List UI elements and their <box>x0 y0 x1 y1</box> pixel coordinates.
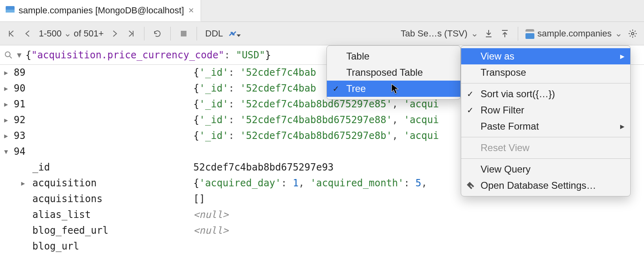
separator <box>170 27 171 41</box>
field-value: 52cdef7c4bab8bd675297e93 <box>193 160 334 175</box>
row-number: 90 <box>12 81 36 96</box>
menu-item-view-as[interactable]: View as <box>461 48 630 64</box>
row-value: {'_id': '52cdef7c4bab <box>193 81 316 96</box>
caret-down-icon: ⌄ <box>64 28 71 39</box>
row-number: 92 <box>12 112 36 128</box>
menu-item-sort[interactable]: Sort via sort({…}) <box>461 86 630 102</box>
menu-item-transpose[interactable]: Transpose <box>461 64 630 81</box>
toolbar: 1-500 ⌄ of 501+ DDL Tab Se…s (TSV) ⌄ sam… <box>0 22 644 45</box>
caret-down-icon: ⌄ <box>471 28 478 39</box>
tab-bar: sample.companies [MongoDB@localhost] ✕ <box>0 0 644 22</box>
mouse-cursor-icon <box>391 83 400 95</box>
ddl-button[interactable]: DDL <box>203 26 225 41</box>
field-key: acquisitions <box>32 191 102 207</box>
menu-item-table[interactable]: Table <box>327 48 460 64</box>
datasource-combo[interactable]: sample.companies ⌄ <box>524 28 624 39</box>
menu-separator <box>461 83 630 83</box>
expand-icon[interactable]: ▸ <box>0 112 12 128</box>
field-key: acquisition <box>32 175 97 191</box>
field-key: blog_url <box>32 239 79 254</box>
svg-point-2 <box>5 52 10 57</box>
page-range-label: 1-500 <box>39 28 61 39</box>
expand-icon[interactable]: ▸ <box>0 65 12 81</box>
next-page-button[interactable] <box>108 26 122 41</box>
export-format-combo[interactable]: Tab Se…s (TSV) ⌄ <box>399 28 480 39</box>
separator <box>144 27 144 41</box>
tab-title: sample.companies [MongoDB@localhost] <box>19 5 184 16</box>
download-button[interactable] <box>481 26 496 41</box>
separator <box>518 27 518 41</box>
field-key: _id <box>32 160 50 175</box>
field-value: [] <box>193 191 205 207</box>
field-key: alias_list <box>32 207 91 223</box>
datasource-chip-icon <box>525 29 534 38</box>
row-value: {'_id': '52cdef7c4bab8bd675297e88', 'acq… <box>193 112 439 128</box>
row-number: 94 <box>12 144 36 160</box>
upload-button[interactable] <box>498 26 512 41</box>
menu-item-open-db-settings[interactable]: Open Database Settings… <box>461 177 630 194</box>
settings-button[interactable] <box>625 26 640 41</box>
page-range[interactable]: 1-500 ⌄ of 501+ <box>36 28 106 39</box>
expand-icon[interactable]: ▸ <box>0 96 12 112</box>
last-page-button[interactable] <box>124 26 138 41</box>
datasource-icon <box>6 6 15 15</box>
search-icon <box>4 51 13 60</box>
menu-item-paste-format[interactable]: Paste Format <box>461 118 630 134</box>
context-menu-view-settings: View as Transpose Sort via sort({…}) Row… <box>461 45 631 196</box>
menu-separator <box>461 158 630 159</box>
field-row[interactable]: alias_list <null> <box>0 207 644 223</box>
row-value: {'_id': '52cdef7c4bab8bd675297e8b', 'acq… <box>193 128 439 144</box>
svg-rect-0 <box>181 31 186 36</box>
menu-item-reset-view: Reset View <box>461 140 630 156</box>
collapse-icon[interactable]: ▾ <box>0 144 12 160</box>
reload-button[interactable] <box>150 26 165 41</box>
menu-item-view-query[interactable]: View Query <box>461 161 630 177</box>
filter-chevron-icon[interactable]: ▾ <box>17 50 21 60</box>
editor-tab[interactable]: sample.companies [MongoDB@localhost] ✕ <box>0 0 201 21</box>
field-value: {'acquired_day': 1, 'acquired_month': 5, <box>193 175 433 191</box>
expand-icon[interactable]: ▸ <box>0 128 12 144</box>
row-number: 91 <box>12 96 36 112</box>
prev-page-button[interactable] <box>20 26 35 41</box>
ddl-label: DDL <box>205 28 223 39</box>
field-key: blog_feed_url <box>32 223 108 239</box>
menu-item-transposed-table[interactable]: Transposed Table <box>327 64 460 81</box>
field-value-null: <null> <box>193 207 229 223</box>
expand-icon[interactable]: ▸ <box>18 175 28 191</box>
menu-separator <box>461 137 630 137</box>
caret-down-icon: ⌄ <box>615 28 622 39</box>
expand-icon[interactable]: ▸ <box>0 81 12 96</box>
close-icon[interactable]: ✕ <box>188 6 194 15</box>
row-value: {'_id': '52cdef7c4bab <box>193 65 316 81</box>
export-format-label: Tab Se…s (TSV) <box>401 28 468 39</box>
datasource-label: sample.companies <box>538 28 612 39</box>
separator <box>197 27 197 41</box>
filter-input[interactable]: {"acquisition.price_currency_code": "USD… <box>25 49 271 61</box>
field-value-null: <null> <box>193 223 229 239</box>
svg-point-1 <box>631 32 634 35</box>
row-number: 89 <box>12 65 36 81</box>
menu-item-row-filter[interactable]: Row Filter <box>461 102 630 118</box>
stop-button[interactable] <box>176 26 191 41</box>
field-row[interactable]: blog_url <box>0 239 644 254</box>
compare-button[interactable] <box>227 26 241 41</box>
row-number: 93 <box>12 128 36 144</box>
field-row[interactable]: blog_feed_url <null> <box>0 223 644 239</box>
page-of-label: of 501+ <box>74 28 104 39</box>
first-page-button[interactable] <box>4 26 19 41</box>
